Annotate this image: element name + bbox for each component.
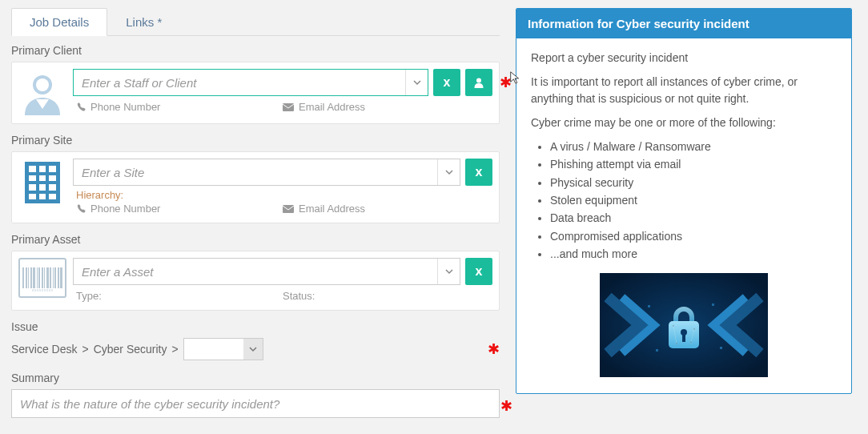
summary-label: Summary	[11, 372, 500, 384]
list-item: A virus / Malware / Ransomware	[550, 139, 837, 155]
site-hierarchy-label: Hierarchy:	[73, 189, 492, 201]
chevron-down-icon	[413, 78, 421, 86]
info-panel-header: Information for Cyber security incident	[516, 9, 851, 38]
primary-site-block: x Hierarchy: Phone Number Email Add	[11, 151, 500, 223]
svg-rect-15	[648, 305, 650, 307]
site-phone-label: Phone Number	[90, 203, 160, 215]
site-input[interactable]	[74, 166, 437, 179]
issue-crumb-1: Service Desk	[11, 343, 77, 356]
client-email-label: Email Address	[299, 101, 365, 113]
issue-label: Issue	[11, 320, 500, 333]
barcode-icon: XXXXXXXXX	[18, 258, 66, 298]
asset-status-label: Status:	[283, 290, 315, 302]
tabs: Job Details Links *	[11, 8, 500, 36]
list-item: Physical security	[550, 175, 837, 191]
chevron-down-icon	[243, 339, 263, 360]
svg-point-1	[36, 78, 49, 91]
tab-links[interactable]: Links *	[107, 8, 180, 36]
info-p2: It is important to report all instances …	[531, 74, 837, 106]
primary-client-block: x Phone Number	[11, 62, 500, 124]
required-indicator: ✱	[500, 74, 512, 91]
info-list: A virus / Malware / Ransomware Phishing …	[550, 139, 837, 262]
site-clear-button[interactable]: x	[465, 159, 492, 186]
mail-icon	[283, 205, 294, 213]
required-indicator: ✱	[488, 340, 500, 358]
list-item: ...and much more	[550, 246, 837, 262]
asset-type-label: Type:	[76, 290, 102, 302]
user-icon	[473, 77, 484, 88]
svg-rect-16	[656, 349, 658, 352]
client-clear-button[interactable]: x	[433, 69, 460, 96]
client-user-button[interactable]	[465, 69, 492, 96]
issue-select[interactable]	[183, 338, 263, 360]
list-item: Stolen equipment	[550, 192, 837, 208]
svg-rect-3	[283, 103, 294, 111]
info-p1: Report a cyber security incident	[531, 50, 837, 66]
mail-icon	[283, 103, 294, 111]
avatar-icon	[18, 69, 66, 117]
primary-site-label: Primary Site	[11, 134, 500, 147]
svg-rect-18	[720, 347, 722, 349]
issue-crumb-2: Cyber Security	[94, 343, 167, 356]
list-item: Compromised applications	[550, 228, 837, 244]
client-input[interactable]	[74, 76, 405, 90]
svg-rect-4	[283, 205, 294, 213]
info-p3: Cyber crime may be one or more of the fo…	[531, 115, 837, 131]
building-icon	[18, 159, 66, 207]
phone-icon	[76, 204, 86, 214]
site-dropdown-toggle[interactable]	[437, 159, 460, 185]
summary-input[interactable]	[11, 389, 500, 418]
client-phone-label: Phone Number	[90, 101, 160, 113]
phone-icon	[76, 102, 86, 112]
svg-rect-17	[712, 303, 714, 306]
breadcrumb-sep: >	[82, 343, 88, 356]
primary-asset-label: Primary Asset	[11, 233, 500, 246]
cyber-security-image	[531, 273, 837, 377]
info-panel: Information for Cyber security incident …	[516, 8, 852, 394]
chevron-down-icon	[445, 168, 453, 176]
tab-job-details[interactable]: Job Details	[11, 8, 107, 36]
asset-input[interactable]	[74, 265, 437, 279]
client-dropdown-toggle[interactable]	[405, 70, 428, 95]
primary-client-label: Primary Client	[11, 44, 500, 57]
chevron-down-icon	[445, 267, 453, 275]
svg-point-2	[476, 78, 481, 83]
site-email-label: Email Address	[299, 203, 365, 215]
client-combo[interactable]	[73, 69, 428, 96]
issue-row: Service Desk > Cyber Security > ✱	[11, 338, 500, 360]
list-item: Phishing attempt via email	[550, 156, 837, 172]
asset-clear-button[interactable]: x	[465, 258, 492, 285]
svg-rect-8	[682, 334, 685, 342]
breadcrumb-sep: >	[171, 343, 178, 356]
list-item: Data breach	[550, 210, 837, 226]
asset-combo[interactable]	[73, 258, 460, 285]
site-combo[interactable]	[73, 159, 460, 186]
primary-asset-block: XXXXXXXXX x Type: Status:	[11, 251, 500, 311]
required-indicator: ✱	[500, 397, 512, 415]
asset-dropdown-toggle[interactable]	[437, 259, 460, 284]
